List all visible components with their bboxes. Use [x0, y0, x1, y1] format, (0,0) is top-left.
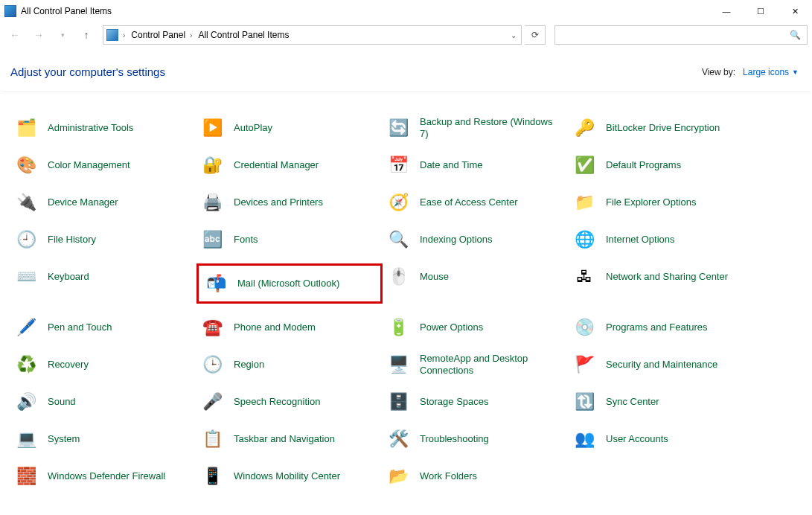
item-label: Date and Time	[420, 159, 483, 171]
back-button[interactable]: ←	[4, 25, 25, 45]
keyboard-icon: ⌨️	[13, 264, 39, 290]
control-panel-item[interactable]: 🗄️Storage Spaces	[383, 388, 569, 415]
control-panel-item[interactable]: ☎️Phone and Modem	[196, 314, 383, 341]
control-panel-item[interactable]: 🔃Sync Center	[569, 388, 755, 415]
control-panel-item[interactable]: 🖱️Mouse	[383, 263, 569, 290]
item-label: Color Management	[48, 159, 130, 171]
work-folders-icon: 📂	[386, 464, 411, 489]
date-time-icon: 📅	[386, 153, 411, 178]
minimize-button[interactable]: ―	[709, 0, 744, 22]
control-panel-item[interactable]: 🌐Internet Options	[569, 226, 755, 253]
control-panel-item[interactable]: 🔍Indexing Options	[383, 226, 569, 253]
recent-locations-dropdown[interactable]: ▾	[52, 25, 73, 45]
defender-firewall-icon: 🧱	[13, 464, 39, 489]
item-label: Sync Center	[606, 396, 659, 408]
control-panel-item[interactable]: 📅Date and Time	[383, 152, 569, 179]
color-management-icon: 🎨	[13, 153, 39, 178]
control-panel-item[interactable]: 🧱Windows Defender Firewall	[10, 463, 196, 490]
devices-printers-icon: 🖨️	[199, 190, 225, 215]
region-icon: 🕒	[199, 352, 225, 377]
control-panel-item[interactable]: 💻System	[10, 426, 196, 452]
control-panel-item[interactable]: 🖧Network and Sharing Center	[569, 263, 755, 290]
control-panel-item[interactable]: ▶️AutoPlay	[196, 115, 383, 141]
item-label: Ease of Access Center	[420, 196, 518, 208]
control-panel-item[interactable]: 📁File Explorer Options	[569, 189, 755, 216]
refresh-button[interactable]: ⟳	[525, 25, 546, 45]
view-by-dropdown[interactable]: Large icons ▼	[743, 67, 799, 77]
troubleshooting-icon: 🛠️	[386, 426, 411, 452]
chevron-right-icon[interactable]: ›	[121, 31, 128, 39]
item-label: File History	[48, 234, 96, 246]
control-panel-item[interactable]: 🔄Backup and Restore (Windows 7)	[383, 115, 569, 141]
breadcrumb-control-panel[interactable]: Control Panel	[130, 28, 187, 42]
item-label: Network and Sharing Center	[606, 271, 728, 283]
control-panel-item[interactable]: 💿Programs and Features	[569, 314, 755, 341]
control-panel-item[interactable]: 🗂️Administrative Tools	[10, 115, 196, 141]
user-accounts-icon: 👥	[572, 426, 597, 452]
control-panel-item[interactable]: 🧭Ease of Access Center	[383, 189, 569, 216]
breadcrumb-current[interactable]: All Control Panel Items	[196, 28, 290, 42]
power-options-icon: 🔋	[386, 315, 411, 340]
window-controls: ― ☐ ✕	[709, 0, 812, 22]
control-panel-item[interactable]: 📱Windows Mobility Center	[196, 463, 383, 490]
control-panel-item[interactable]: ♻️Recovery	[10, 351, 196, 378]
control-panel-item[interactable]: 📋Taskbar and Navigation	[196, 426, 383, 452]
titlebar: All Control Panel Items ― ☐ ✕	[0, 0, 812, 22]
item-label: Default Programs	[606, 159, 681, 171]
close-button[interactable]: ✕	[778, 0, 812, 22]
address-bar[interactable]: › Control Panel › All Control Panel Item…	[103, 25, 522, 45]
control-panel-item[interactable]: 🎨Color Management	[10, 152, 196, 179]
up-button[interactable]: ↑	[76, 25, 97, 45]
maximize-button[interactable]: ☐	[744, 0, 778, 22]
control-panel-item[interactable]: ✅Default Programs	[569, 152, 755, 179]
item-label: Work Folders	[420, 470, 477, 482]
remoteapp-icon: 🖥️	[386, 352, 411, 377]
items-grid: 🗂️Administrative Tools▶️AutoPlay🔄Backup …	[0, 92, 812, 490]
fonts-icon: 🔤	[199, 227, 225, 252]
control-panel-item[interactable]: ⌨️Keyboard	[10, 263, 196, 290]
control-panel-item[interactable]: 🖥️RemoteApp and Desktop Connections	[383, 351, 569, 378]
page-title: Adjust your computer's settings	[10, 65, 165, 78]
network-sharing-icon: 🖧	[572, 264, 597, 290]
item-label: System	[48, 433, 80, 445]
control-panel-item[interactable]: 👥User Accounts	[569, 426, 755, 452]
control-panel-item[interactable]: 🔑BitLocker Drive Encryption	[569, 115, 755, 141]
search-input[interactable]: 🔍	[554, 25, 808, 45]
storage-spaces-icon: 🗄️	[386, 389, 411, 415]
control-panel-item[interactable]: 🕘File History	[10, 226, 196, 253]
control-panel-item[interactable]: 🔌Device Manager	[10, 189, 196, 216]
breadcrumb-root-icon	[106, 29, 118, 41]
item-label: Troubleshooting	[420, 433, 489, 445]
control-panel-item[interactable]: 🛠️Troubleshooting	[383, 426, 569, 452]
item-label: File Explorer Options	[606, 196, 696, 208]
item-label: Device Manager	[48, 196, 118, 208]
item-label: Region	[234, 359, 264, 371]
recovery-icon: ♻️	[13, 352, 39, 377]
control-panel-item[interactable]: 🚩Security and Maintenance	[569, 351, 755, 378]
control-panel-item[interactable]: 🔤Fonts	[196, 226, 383, 253]
item-label: Internet Options	[606, 234, 675, 246]
forward-button[interactable]: →	[28, 25, 49, 45]
item-label: Programs and Features	[606, 322, 708, 333]
control-panel-item[interactable]: 📂Work Folders	[383, 463, 569, 490]
control-panel-item[interactable]: 🖨️Devices and Printers	[196, 189, 383, 216]
phone-modem-icon: ☎️	[199, 315, 225, 340]
item-label: Security and Maintenance	[606, 359, 717, 371]
control-panel-item[interactable]: 🔋Power Options	[383, 314, 569, 341]
item-label: Speech Recognition	[234, 396, 320, 408]
taskbar-navigation-icon: 📋	[199, 426, 225, 452]
control-panel-item[interactable]: 🔐Credential Manager	[196, 152, 383, 179]
admin-tools-icon: 🗂️	[13, 115, 39, 141]
control-panel-item[interactable]: 🔊Sound	[10, 388, 196, 415]
address-dropdown[interactable]: ⌄	[506, 31, 521, 39]
chevron-right-icon[interactable]: ›	[188, 31, 195, 39]
item-label: Storage Spaces	[420, 396, 489, 408]
item-label: User Accounts	[606, 433, 668, 445]
control-panel-item[interactable]: 📬Mail (Microsoft Outlook)	[196, 263, 383, 304]
control-panel-item[interactable]: 🕒Region	[196, 351, 383, 378]
search-icon: 🔍	[790, 30, 801, 40]
pen-touch-icon: 🖊️	[13, 315, 39, 340]
control-panel-item[interactable]: 🖊️Pen and Touch	[10, 314, 196, 341]
item-label: Power Options	[420, 322, 483, 333]
control-panel-item[interactable]: 🎤Speech Recognition	[196, 388, 383, 415]
